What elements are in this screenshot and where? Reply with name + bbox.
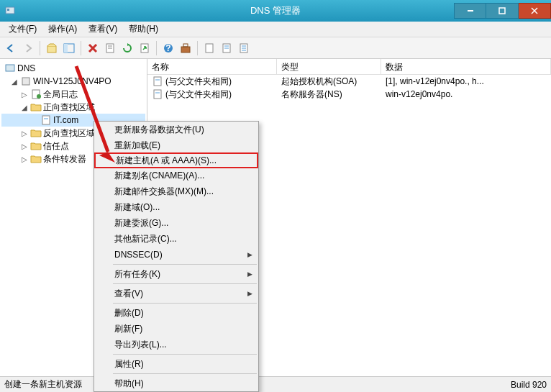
column-headers: 名称 类型 数据	[147, 59, 551, 75]
tool-button-1[interactable]	[178, 40, 193, 56]
tree-label: 条件转发器	[43, 153, 86, 165]
refresh-button[interactable]	[119, 40, 135, 56]
expand-icon[interactable]: ▷	[20, 142, 29, 150]
ctx-new-cname[interactable]: 新建别名(CNAME)(A)...	[94, 168, 258, 183]
forward-button[interactable]	[20, 40, 36, 56]
ctx-dnssec[interactable]: DNSSEC(D)▶	[94, 247, 258, 263]
folder-icon	[30, 101, 42, 113]
record-icon	[152, 88, 163, 100]
svg-rect-17	[181, 47, 190, 53]
expand-icon[interactable]: ▷	[20, 129, 29, 137]
tree-server[interactable]: ◢ WIN-V125J0NV4PO	[1, 75, 145, 88]
expand-icon[interactable]: ▷	[20, 155, 29, 163]
svg-rect-3	[499, 8, 505, 14]
tool-button-4[interactable]	[236, 40, 252, 56]
ctx-view[interactable]: 查看(V)▶	[94, 286, 258, 301]
menu-separator	[113, 354, 257, 355]
list-row[interactable]: (与父文件夹相同) 名称服务器(NS) win-v12ej0nv4po.	[147, 88, 551, 101]
build-text: Build 920	[511, 380, 547, 390]
tree-label: 正向查找区域	[43, 101, 95, 114]
svg-rect-18	[183, 44, 188, 47]
ctx-export[interactable]: 导出列表(L)...	[94, 337, 258, 352]
statusbar: 创建一条新主机资源 Build 920	[0, 376, 551, 392]
svg-rect-1	[7, 9, 9, 11]
up-button[interactable]	[44, 40, 60, 56]
ctx-all-tasks[interactable]: 所有任务(K)▶	[94, 266, 258, 282]
menu-help[interactable]: 帮助(H)	[123, 22, 164, 37]
cell-data: [1], win-v12ej0nv4po., h...	[386, 76, 484, 86]
ctx-other-records[interactable]: 其他新记录(C)...	[94, 231, 258, 247]
export-button[interactable]	[137, 40, 152, 56]
ctx-new-mx[interactable]: 新建邮件交换器(MX)(M)...	[94, 183, 258, 199]
submenu-arrow-icon: ▶	[247, 270, 252, 278]
submenu-arrow-icon: ▶	[247, 290, 252, 297]
svg-rect-28	[22, 78, 29, 85]
svg-rect-35	[154, 90, 161, 99]
menu-view[interactable]: 查看(V)	[83, 22, 123, 37]
svg-rect-31	[42, 116, 50, 124]
col-name[interactable]: 名称	[147, 59, 277, 74]
ctx-delete[interactable]: 删除(D)	[94, 305, 258, 321]
status-text: 创建一条新主机资源	[4, 378, 82, 391]
svg-rect-0	[6, 7, 14, 14]
tree-label: 反向查找区域	[43, 127, 95, 140]
tree-global-log[interactable]: ▷ 全局日志	[1, 88, 145, 101]
collapse-icon[interactable]: ◢	[20, 104, 29, 111]
list-row[interactable]: (与父文件夹相同) 起始授权机构(SOA) [1], win-v12ej0nv4…	[147, 75, 551, 88]
titlebar: DNS 管理器	[0, 0, 551, 22]
cell-data: win-v12ej0nv4po.	[386, 89, 452, 99]
cell-name: (与父文件夹相同)	[165, 76, 232, 88]
col-type[interactable]: 类型	[277, 59, 381, 74]
ctx-help[interactable]: 帮助(H)	[94, 375, 258, 391]
dns-icon	[4, 63, 16, 74]
ctx-properties[interactable]: 属性(R)	[94, 356, 258, 372]
zone-icon	[40, 114, 52, 126]
folder-icon	[30, 140, 42, 152]
menu-separator	[113, 264, 257, 265]
back-button[interactable]	[3, 40, 19, 56]
ctx-reload[interactable]: 重新加载(E)	[94, 137, 258, 153]
delete-button[interactable]	[85, 40, 101, 56]
tree-label: 信任点	[43, 140, 69, 152]
maximize-button[interactable]	[486, 3, 519, 19]
svg-rect-6	[47, 46, 56, 53]
cell-type: 名称服务器(NS)	[281, 88, 342, 101]
close-button[interactable]	[519, 3, 551, 19]
tree-fwd-zones[interactable]: ◢ 正向查找区域	[1, 101, 145, 114]
tree-label: 全局日志	[43, 88, 78, 101]
record-icon	[152, 76, 163, 87]
expand-icon[interactable]: ▷	[20, 91, 29, 99]
cell-type: 起始授权机构(SOA)	[281, 76, 357, 88]
context-menu: 更新服务器数据文件(U) 重新加载(E) 新建主机(A 或 AAAA)(S)..…	[94, 121, 259, 392]
svg-rect-27	[6, 65, 14, 71]
collapse-icon[interactable]: ◢	[10, 78, 19, 86]
show-hide-tree-button[interactable]	[61, 40, 77, 56]
ctx-update-server[interactable]: 更新服务器数据文件(U)	[94, 122, 258, 137]
svg-rect-19	[206, 44, 213, 53]
log-icon	[30, 88, 42, 100]
ctx-refresh[interactable]: 刷新(F)	[94, 321, 258, 337]
menu-separator	[113, 373, 257, 374]
menu-separator	[113, 303, 257, 304]
window-title: DNS 管理器	[250, 4, 301, 17]
ctx-new-host[interactable]: 新建主机(A 或 AAAA)(S)...	[94, 152, 258, 168]
ctx-new-delegation[interactable]: 新建委派(G)...	[94, 215, 258, 231]
submenu-arrow-icon: ▶	[247, 251, 252, 258]
ctx-new-domain[interactable]: 新建域(O)...	[94, 199, 258, 215]
app-icon	[4, 5, 16, 17]
tree-label: DNS	[17, 63, 35, 73]
tool-button-3[interactable]	[219, 40, 234, 56]
col-data[interactable]: 数据	[381, 59, 551, 74]
properties-button[interactable]	[102, 40, 118, 56]
help-button[interactable]: ?	[160, 40, 176, 56]
menu-action[interactable]: 操作(A)	[42, 22, 83, 37]
menu-separator	[113, 283, 257, 284]
svg-text:?: ?	[165, 43, 170, 53]
tool-button-2[interactable]	[201, 40, 217, 56]
tree-root[interactable]: DNS	[1, 62, 145, 75]
tree-label: IT.com	[53, 115, 78, 125]
minimize-button[interactable]	[454, 3, 486, 19]
svg-rect-33	[154, 77, 161, 86]
menu-file[interactable]: 文件(F)	[3, 22, 42, 37]
menubar: 文件(F) 操作(A) 查看(V) 帮助(H)	[0, 22, 551, 37]
